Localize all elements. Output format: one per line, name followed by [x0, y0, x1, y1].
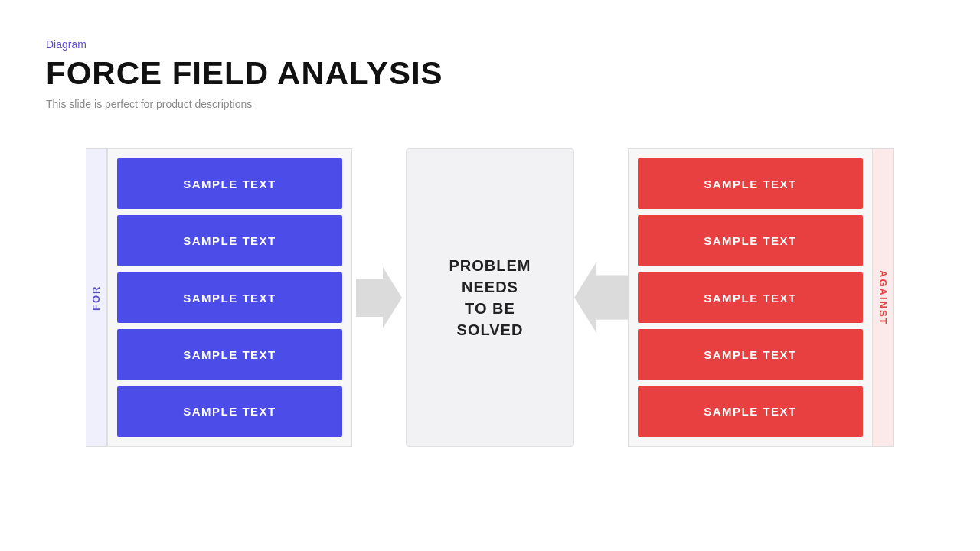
left-panel: FOR SAMPLE TEXT SAMPLE TEXT SAMPLE TEXT …	[86, 148, 352, 447]
left-boxes: SAMPLE TEXT SAMPLE TEXT SAMPLE TEXT SAMP…	[107, 148, 352, 447]
against-label: AGAINST	[873, 148, 894, 447]
list-item: SAMPLE TEXT	[117, 215, 342, 266]
center-panel: PROBLEMNEEDSTO BESOLVED	[406, 148, 574, 447]
list-item: SAMPLE TEXT	[638, 329, 863, 380]
page: Diagram FORCE FIELD ANALYSIS This slide …	[0, 0, 980, 551]
for-label: FOR	[86, 148, 107, 447]
list-item: SAMPLE TEXT	[117, 386, 342, 437]
list-item: SAMPLE TEXT	[638, 386, 863, 437]
arrow-right-icon	[352, 267, 406, 328]
header: Diagram FORCE FIELD ANALYSIS This slide …	[46, 38, 934, 110]
svg-marker-1	[574, 262, 628, 333]
subtitle: This slide is perfect for product descri…	[46, 98, 934, 110]
svg-marker-0	[356, 267, 402, 328]
right-boxes: SAMPLE TEXT SAMPLE TEXT SAMPLE TEXT SAMP…	[628, 148, 873, 447]
list-item: SAMPLE TEXT	[117, 158, 342, 209]
diagram-area: FOR SAMPLE TEXT SAMPLE TEXT SAMPLE TEXT …	[46, 133, 934, 462]
problem-text: PROBLEMNEEDSTO BESOLVED	[449, 255, 531, 341]
list-item: SAMPLE TEXT	[638, 272, 863, 323]
list-item: SAMPLE TEXT	[117, 272, 342, 323]
arrow-left-icon	[574, 262, 628, 333]
right-panel: SAMPLE TEXT SAMPLE TEXT SAMPLE TEXT SAMP…	[628, 148, 894, 447]
list-item: SAMPLE TEXT	[638, 158, 863, 209]
diagram-label: Diagram	[46, 38, 934, 51]
main-title: FORCE FIELD ANALYSIS	[46, 55, 934, 92]
list-item: SAMPLE TEXT	[638, 215, 863, 266]
list-item: SAMPLE TEXT	[117, 329, 342, 380]
